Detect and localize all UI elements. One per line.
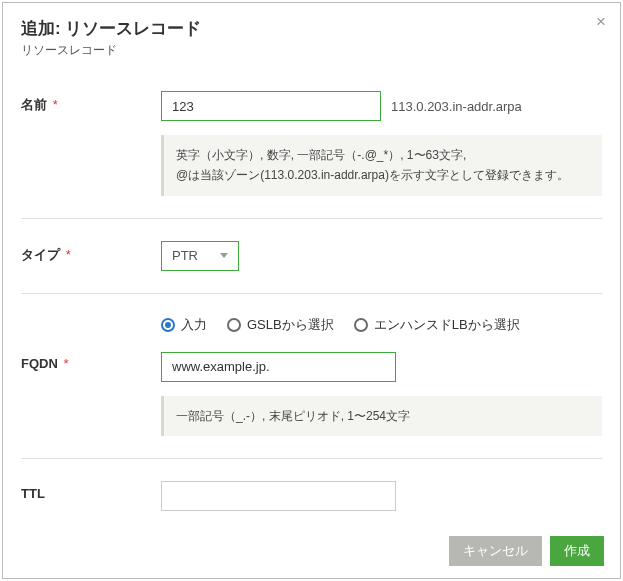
dialog-header: 追加: リソースレコード リソースレコード × <box>3 3 620 69</box>
required-mark: * <box>63 356 68 371</box>
radio-label-gslb: GSLBから選択 <box>247 316 334 334</box>
section-fqdn: FQDN * 入力 GSLBから選択 エンハンスドLBから選択 <box>21 294 602 459</box>
section-ttl: TTL 10〜3600000秒, 指定しない場合はデフォルトTTL(3600秒)… <box>21 459 602 524</box>
label-type-text: タイプ <box>21 247 60 262</box>
dialog-title: 追加: リソースレコード <box>21 17 602 40</box>
label-ttl-text: TTL <box>21 486 45 501</box>
fqdn-input[interactable] <box>161 352 396 382</box>
dialog-body: 名前 * 113.0.203.in-addr.arpa 英字（小文字）, 数字,… <box>3 69 620 524</box>
label-fqdn-text: FQDN <box>21 356 58 371</box>
label-type: タイプ * <box>21 241 161 271</box>
section-name: 名前 * 113.0.203.in-addr.arpa 英字（小文字）, 数字,… <box>21 69 602 219</box>
required-mark: * <box>66 247 71 262</box>
radio-input-manual[interactable]: 入力 <box>161 316 207 334</box>
dialog-subtitle: リソースレコード <box>21 42 602 59</box>
close-icon[interactable]: × <box>596 13 606 30</box>
fqdn-hint: 一部記号（_.-）, 末尾ピリオド, 1〜254文字 <box>161 396 602 436</box>
ttl-input[interactable] <box>161 481 396 511</box>
required-mark: * <box>53 97 58 112</box>
name-suffix: 113.0.203.in-addr.arpa <box>391 99 522 114</box>
name-hint-line1: 英字（小文字）, 数字, 一部記号（-.@_*）, 1〜63文字, <box>176 145 590 165</box>
cancel-button[interactable]: キャンセル <box>449 536 542 566</box>
radio-label-elb: エンハンスドLBから選択 <box>374 316 520 334</box>
type-select[interactable]: PTR <box>161 241 239 271</box>
add-resource-record-dialog: 追加: リソースレコード リソースレコード × 名前 * 113.0.203.i… <box>2 2 621 579</box>
fqdn-source-radios: 入力 GSLBから選択 エンハンスドLBから選択 <box>161 316 602 334</box>
radio-input-gslb[interactable]: GSLBから選択 <box>227 316 334 334</box>
submit-button[interactable]: 作成 <box>550 536 604 566</box>
type-value: PTR <box>172 248 198 263</box>
label-ttl: TTL <box>21 481 161 524</box>
label-fqdn: FQDN * <box>21 316 161 436</box>
label-name: 名前 * <box>21 91 161 196</box>
radio-label-manual: 入力 <box>181 316 207 334</box>
label-name-text: 名前 <box>21 97 47 112</box>
name-hint: 英字（小文字）, 数字, 一部記号（-.@_*）, 1〜63文字, @は当該ゾー… <box>161 135 602 196</box>
name-hint-line2: @は当該ゾーン(113.0.203.in-addr.arpa)を示す文字として登… <box>176 165 590 185</box>
chevron-down-icon <box>220 253 228 258</box>
radio-input-elb[interactable]: エンハンスドLBから選択 <box>354 316 520 334</box>
dialog-footer: キャンセル 作成 <box>3 524 620 578</box>
section-type: タイプ * PTR <box>21 219 602 294</box>
name-input[interactable] <box>161 91 381 121</box>
